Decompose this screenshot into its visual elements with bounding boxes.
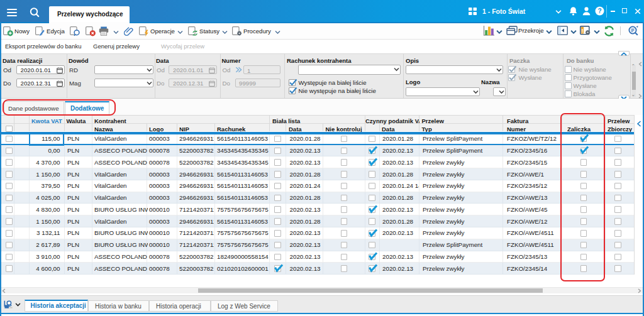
svg-text:?: ? xyxy=(597,8,601,14)
svg-text:!: ! xyxy=(582,28,584,34)
